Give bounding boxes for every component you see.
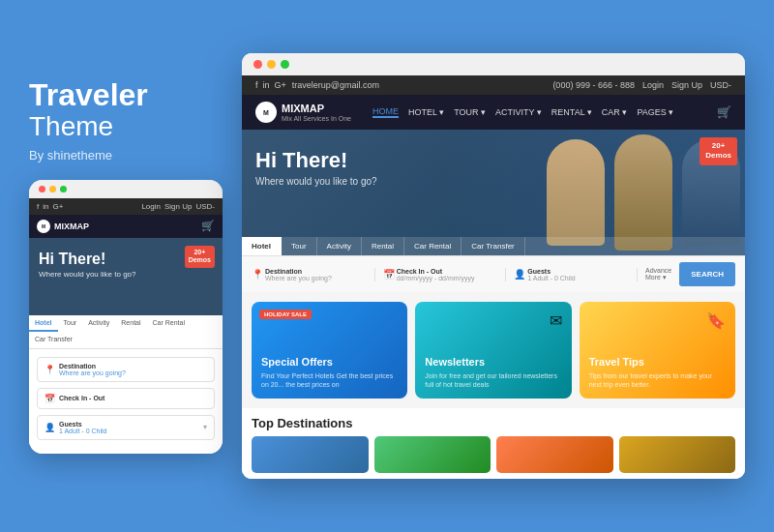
mob-gplus-icon: G+	[52, 202, 63, 211]
desk-tab-activity[interactable]: Activity	[317, 237, 362, 255]
desk-search-bar: 📍 Destination Where are you going? 📅 Che…	[242, 255, 745, 292]
desk-card-title-tips: Travel Tips	[589, 356, 726, 369]
mob-dot-red	[39, 186, 45, 192]
desk-cards-section: HOLIDAY SALE Special Offers Find Your Pe…	[242, 292, 745, 408]
mob-destination-placeholder: Where are you going?	[59, 369, 126, 376]
desk-tips-icon: 🔖	[706, 311, 726, 330]
mob-guests-icon: 👤	[45, 423, 55, 432]
mob-tab-car-transfer[interactable]: Car Transfer	[29, 332, 78, 348]
desk-logo-icon: M	[255, 102, 277, 123]
desk-nav-items: HOME HOTEL ▾ TOUR ▾ ACTIVITY ▾ RENTAL ▾ …	[372, 106, 673, 118]
desk-tab-rental[interactable]: Rental	[362, 237, 404, 255]
mob-dot-green	[60, 186, 67, 192]
desk-tab-car-rental[interactable]: Car Rental	[404, 237, 461, 255]
desk-email: travelerup@gmail.com	[292, 80, 379, 90]
desk-hero-content: Hi There! Where would you like to go?	[255, 149, 377, 187]
mob-tab-hotel[interactable]: Hotel	[29, 315, 58, 332]
desk-advance-field[interactable]: Advance More ▾	[645, 267, 671, 281]
desktop-mockup: f in G+ travelerup@gmail.com (000) 999 -…	[242, 53, 745, 479]
desk-hero: Hi There! Where would you like to go? 20…	[242, 130, 745, 255]
desk-card-desc-newsletters: Join for free and get our tailored newsl…	[425, 371, 561, 389]
desk-destination-label: Destination	[265, 268, 332, 275]
desk-dest-thumb-1[interactable]	[252, 436, 369, 473]
desk-dot-red	[253, 60, 262, 69]
desk-nav-car[interactable]: CAR ▾	[602, 106, 628, 118]
desk-nav-home[interactable]: HOME	[372, 106, 399, 118]
mob-checkin-field[interactable]: 📅 Check In - Out	[37, 388, 215, 409]
desk-top-destinations-title: Top Destinations	[252, 416, 735, 430]
mob-guests-value: 1 Adult - 0 Child	[59, 428, 106, 434]
mob-guests-field[interactable]: 👤 Guests 1 Adult - 0 Child ▾	[37, 415, 215, 440]
mob-calendar-icon: 📅	[45, 394, 55, 403]
desk-demos-badge: 20+Demos	[700, 137, 737, 165]
desk-login-link[interactable]: Login	[642, 80, 664, 90]
desk-cart-icon[interactable]: 🛒	[717, 105, 731, 119]
mob-chevron-icon: ▾	[203, 423, 207, 431]
mob-demos-badge: 20+Demos	[185, 246, 215, 268]
mob-social-icons: f in G+	[37, 202, 63, 211]
mob-cart-icon[interactable]: 🛒	[201, 220, 215, 232]
desk-signup-link[interactable]: Sign Up	[671, 80, 702, 90]
mob-login-link[interactable]: Login	[141, 202, 161, 211]
desk-logo-text: MIXMAP	[282, 103, 351, 114]
mob-topbar: f in G+ Login Sign Up USD-	[29, 198, 223, 215]
desk-holiday-sale-badge: HOLIDAY SALE	[259, 310, 312, 319]
mob-tab-car-rental[interactable]: Car Rental	[147, 315, 191, 332]
by-line: By shinetheme	[29, 148, 232, 163]
mob-tab-rental[interactable]: Rental	[115, 315, 146, 332]
mob-dot-yellow	[49, 186, 56, 192]
desk-navbar: M MIXMAP Mix All Services In One HOME HO…	[242, 95, 745, 130]
desk-currency-selector[interactable]: USD-	[710, 80, 731, 90]
desk-topbar-right: (000) 999 - 666 - 888 Login Sign Up USD-	[552, 80, 731, 90]
person-2	[614, 134, 672, 251]
desk-newsletters-icon: ✉	[550, 311, 562, 330]
desk-destination-field[interactable]: 📍 Destination Where are you going?	[252, 268, 375, 281]
desk-window-controls	[242, 53, 745, 75]
desk-card-special-offers: HOLIDAY SALE Special Offers Find Your Pe…	[252, 302, 407, 399]
desk-dot-yellow	[267, 60, 276, 69]
desk-nav-tour[interactable]: TOUR ▾	[454, 106, 486, 118]
desk-checkin-placeholder: dd/mm/yyyy - dd/mm/yyyy	[397, 275, 475, 281]
desk-bottom-section: Top Destinations	[242, 408, 745, 479]
desk-dest-thumb-2[interactable]	[374, 436, 491, 473]
mob-window-controls	[29, 180, 223, 198]
mob-auth-links: Login Sign Up USD-	[141, 202, 215, 211]
desk-destination-thumbnails	[252, 436, 735, 473]
desk-card-newsletters: ✉ Newsletters Join for free and get our …	[415, 302, 571, 399]
brand-sub: Theme	[29, 112, 232, 142]
desk-hero-title: Hi There!	[255, 149, 377, 172]
desk-tab-tour[interactable]: Tour	[282, 237, 317, 255]
mob-tab-tour[interactable]: Tour	[58, 315, 83, 332]
desk-tab-hotel[interactable]: Hotel	[242, 237, 282, 255]
desk-search-button[interactable]: SEARCH	[679, 262, 735, 286]
mob-hero: Hi There! Where would you like to go? 20…	[29, 238, 223, 315]
mob-tab-activity[interactable]: Activity	[82, 315, 115, 332]
desk-destination-placeholder: Where are you going?	[265, 275, 332, 281]
desk-dest-thumb-4[interactable]	[619, 436, 736, 473]
desk-guests-field[interactable]: 👤 Guests 1 Adult - 0 Child	[514, 268, 638, 281]
desk-gplus-icon: G+	[275, 80, 286, 90]
desk-checkin-field[interactable]: 📅 Check In - Out dd/mm/yyyy - dd/mm/yyyy	[383, 268, 507, 281]
desk-nav-hotel[interactable]: HOTEL ▾	[408, 106, 444, 118]
desk-tab-car-transfer[interactable]: Car Transfer	[461, 237, 524, 255]
mob-linkedin-icon: in	[43, 202, 48, 211]
desk-hero-subtitle: Where would you like to go?	[255, 176, 377, 187]
mob-search-area: 📍 Destination Where are you going? 📅 Che…	[29, 349, 223, 454]
mob-destination-label: Destination	[59, 363, 126, 369]
desk-logo: M MIXMAP Mix All Services In One	[255, 102, 351, 123]
desk-linkedin-icon: in	[263, 80, 270, 90]
mob-currency-selector[interactable]: USD-	[195, 202, 215, 211]
desk-nav-activity[interactable]: ACTIVITY ▾	[495, 106, 542, 118]
desk-guests-icon: 👤	[514, 269, 525, 280]
desk-dest-thumb-3[interactable]	[496, 436, 613, 473]
desk-search-tabs: Hotel Tour Activity Rental Car Rental Ca…	[242, 237, 745, 255]
desk-nav-pages[interactable]: PAGES ▾	[637, 106, 673, 118]
desk-card-desc-tips: Tips from our travel experts to make you…	[589, 371, 726, 389]
mob-signup-link[interactable]: Sign Up	[164, 202, 192, 211]
mob-checkin-label: Check In - Out	[59, 395, 104, 401]
mob-facebook-icon: f	[37, 202, 39, 211]
desk-nav-rental[interactable]: RENTAL ▾	[551, 106, 592, 118]
desk-topbar: f in G+ travelerup@gmail.com (000) 999 -…	[242, 75, 745, 95]
mob-destination-field[interactable]: 📍 Destination Where are you going?	[37, 357, 215, 382]
mobile-mockup: f in G+ Login Sign Up USD- M MIXMAP 🛒 Hi…	[29, 180, 223, 454]
